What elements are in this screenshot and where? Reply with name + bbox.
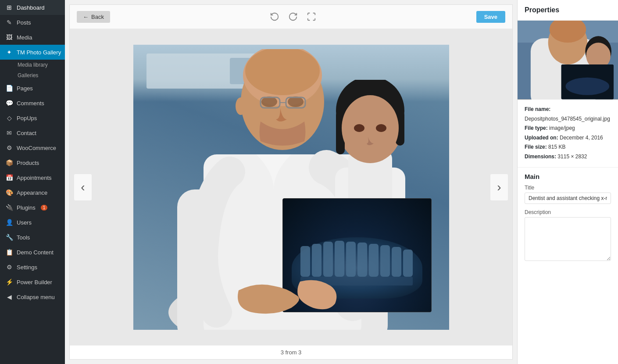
main-section-title: Main [525, 173, 611, 180]
tools-icon: 🔧 [5, 233, 13, 241]
comments-icon: 💬 [5, 99, 13, 107]
sidebar: ⊞ Dashboard ✎ Posts 🖼 Media ✦ TM Photo G… [0, 0, 65, 364]
title-input[interactable] [525, 193, 611, 204]
svg-rect-29 [392, 247, 401, 277]
sidebar-item-dashboard[interactable]: ⊞ Dashboard [0, 0, 65, 15]
dimensions-row: Dimensions: 3115 × 2832 [525, 152, 611, 162]
svg-point-11 [236, 97, 246, 115]
main-photo [133, 45, 449, 330]
rotate-left-button[interactable] [268, 10, 281, 23]
file-name-value: Depositphotos_9478545_original.jpg [525, 116, 610, 122]
svg-rect-28 [380, 245, 390, 277]
file-type-row: File type: image/jpeg [525, 124, 611, 133]
svg-rect-30 [403, 250, 413, 277]
uploaded-value: December 4, 2016 [560, 135, 603, 141]
svg-point-18 [342, 95, 399, 161]
properties-main-section: Main Title Description [518, 168, 618, 273]
popups-icon: ◇ [5, 114, 13, 122]
properties-panel: Properties File name: [517, 0, 618, 364]
appearance-icon: 🎨 [5, 189, 13, 196]
sidebar-item-settings[interactable]: ⚙ Settings [0, 260, 65, 275]
rotate-left-icon [270, 12, 279, 21]
sidebar-item-appearance[interactable]: 🎨 Appearance [0, 185, 65, 200]
image-viewer: ‹ [70, 29, 512, 345]
dashboard-icon: ⊞ [5, 4, 13, 11]
sidebar-item-power-builder[interactable]: ⚡ Power Builder [0, 275, 65, 289]
woo-icon: ⚙ [5, 144, 13, 152]
thumbnail-image [518, 21, 618, 100]
pages-icon: 📄 [5, 84, 13, 92]
properties-meta: File name: Depositphotos_9478545_origina… [518, 100, 618, 168]
sidebar-item-contact[interactable]: ✉ Contact [0, 125, 65, 140]
fullscreen-button[interactable] [305, 10, 318, 23]
collapse-icon: ◀ [5, 293, 13, 301]
sidebar-item-collapse-menu[interactable]: ◀ Collapse menu [0, 289, 65, 304]
sidebar-item-tm-photo-gallery[interactable]: ✦ TM Photo Gallery [0, 45, 65, 60]
sidebar-item-media[interactable]: 🖼 Media [0, 30, 65, 45]
hands-xray [230, 255, 339, 321]
sidebar-item-appointments[interactable]: 📅 Appointments [0, 170, 65, 185]
svg-point-20 [376, 124, 386, 132]
svg-rect-25 [346, 242, 356, 277]
svg-point-19 [354, 124, 364, 132]
plugins-badge: 1 [41, 205, 48, 211]
file-type-value: image/jpeg [549, 125, 575, 131]
svg-point-6 [261, 96, 277, 107]
title-field-label: Title [525, 185, 611, 191]
settings-icon: ⚙ [5, 263, 13, 271]
svg-rect-26 [357, 243, 367, 277]
prev-image-button[interactable]: ‹ [74, 174, 92, 200]
sidebar-item-demo-content[interactable]: 📋 Demo Content [0, 245, 65, 260]
toolbar-actions [268, 10, 318, 23]
image-caption: 3 from 3 [70, 345, 512, 359]
face-main [234, 49, 331, 172]
rotate-right-icon [288, 12, 298, 21]
sidebar-item-comments[interactable]: 💬 Comments [0, 96, 65, 111]
demo-icon: 📋 [5, 248, 13, 256]
toolbar: ← Back [70, 5, 512, 29]
media-icon: 🖼 [5, 33, 13, 41]
back-button[interactable]: ← Back [77, 11, 110, 23]
gallery-icon: ✦ [5, 48, 13, 56]
appointments-icon: 📅 [5, 174, 13, 182]
description-field-label: Description [525, 209, 611, 215]
properties-title: Properties [518, 0, 618, 21]
contact-icon: ✉ [5, 129, 13, 137]
svg-point-5 [245, 49, 320, 95]
sidebar-item-tools[interactable]: 🔧 Tools [0, 230, 65, 245]
svg-point-40 [566, 78, 610, 95]
dimensions-value: 3115 × 2832 [557, 153, 587, 160]
users-icon: 👤 [5, 218, 13, 226]
file-size-value: 815 KB [548, 144, 565, 150]
svg-rect-27 [369, 244, 379, 277]
uploaded-row: Uploaded on: December 4, 2016 [525, 133, 611, 143]
posts-icon: ✎ [5, 18, 13, 26]
products-icon: 📦 [5, 159, 13, 167]
properties-thumbnail [518, 21, 618, 100]
rotate-right-button[interactable] [286, 10, 300, 23]
main-content: ← Back [65, 0, 517, 364]
sidebar-item-pages[interactable]: 📄 Pages [0, 81, 65, 96]
sidebar-item-woocommerce[interactable]: ⚙ WooCommerce [0, 140, 65, 155]
title-field-group: Title [525, 185, 611, 204]
file-name-row: File name: Depositphotos_9478545_origina… [525, 105, 611, 124]
sidebar-item-media-library[interactable]: Media library [0, 60, 65, 70]
sidebar-item-galleries[interactable]: Galleries [0, 70, 65, 81]
sidebar-item-popups[interactable]: ◇ PopUps [0, 111, 65, 125]
save-button[interactable]: Save [476, 11, 505, 23]
power-builder-icon: ⚡ [5, 278, 13, 286]
sidebar-item-products[interactable]: 📦 Products [0, 155, 65, 170]
next-image-button[interactable]: › [490, 174, 508, 200]
sidebar-item-users[interactable]: 👤 Users [0, 215, 65, 230]
svg-point-7 [288, 96, 304, 107]
back-arrow-icon: ← [83, 14, 89, 20]
sidebar-item-plugins[interactable]: 🔌 Plugins 1 [0, 200, 65, 215]
description-field-group: Description [525, 209, 611, 262]
thumb-scene [518, 21, 618, 100]
plugins-icon: 🔌 [5, 203, 13, 211]
sidebar-item-posts[interactable]: ✎ Posts [0, 15, 65, 30]
editor-area: ← Back [69, 4, 513, 360]
description-textarea[interactable] [525, 217, 611, 261]
fullscreen-icon [307, 12, 316, 21]
file-size-row: File size: 815 KB [525, 143, 611, 152]
